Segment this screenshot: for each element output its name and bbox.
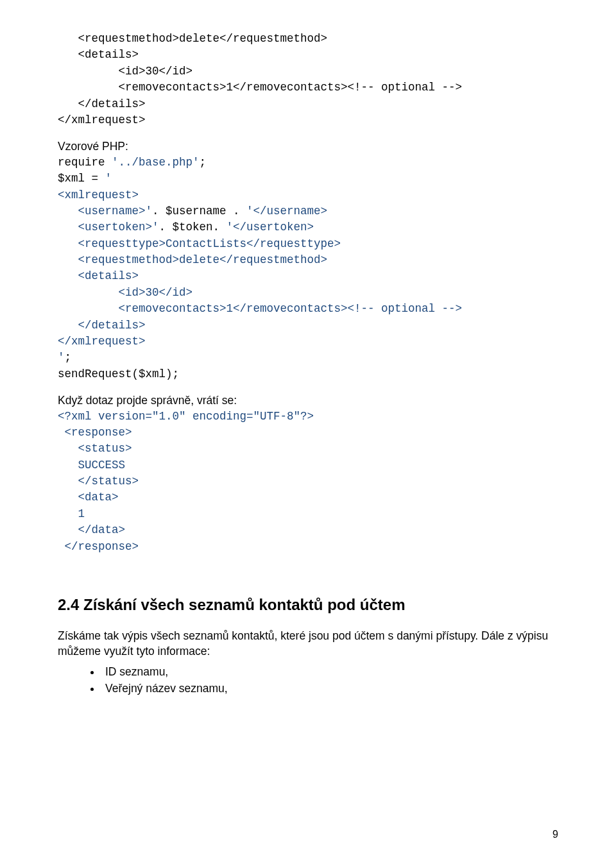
code-line: <id>30</id> <box>58 64 558 80</box>
code-line: <requestmethod>delete</requestmethod> <box>58 31 558 47</box>
code-line: <?xml version="1.0" encoding="UTF-8"?> <box>58 409 558 425</box>
code-line: </details> <box>58 318 558 334</box>
code-line: <details> <box>58 47 558 63</box>
code-line: <response> <box>58 425 558 441</box>
code-line: require '../base.php'; <box>58 155 558 171</box>
label-vzorove-php: Vzorové PHP: <box>58 139 558 155</box>
code-line: <requestmethod>delete</requestmethod> <box>58 252 558 268</box>
code-line: <data> <box>58 489 558 505</box>
code-line: <status> <box>58 441 558 457</box>
section-paragraph: Získáme tak výpis všech seznamů kontaktů… <box>58 628 558 659</box>
code-line: sendRequest($xml); <box>58 366 558 382</box>
list-item: ID seznamu, <box>101 663 558 680</box>
code-line: <username>'. $username . '</username> <box>58 203 558 219</box>
code-line: <id>30</id> <box>58 285 558 301</box>
code-line: 1 <box>58 506 558 522</box>
list-item: Veřejný název seznamu, <box>101 680 558 697</box>
code-line: </details> <box>58 96 558 112</box>
page-number: 9 <box>552 829 558 840</box>
php-block: require '../base.php'; $xml = ' <xmlrequ… <box>58 155 558 382</box>
code-line: </xmlrequest> <box>58 112 558 128</box>
section-heading: 2.4 Získání všech seznamů kontaktů pod ú… <box>58 596 558 614</box>
code-line: <usertoken>'. $token. '</usertoken> <box>58 219 558 235</box>
label-response: Když dotaz projde správně, vrátí se: <box>58 393 558 409</box>
code-line: <xmlrequest> <box>58 187 558 203</box>
code-line: </response> <box>58 539 558 555</box>
code-line: $xml = ' <box>58 171 558 187</box>
code-line: <removecontacts>1</removecontacts><!-- o… <box>58 301 558 317</box>
response-block: <?xml version="1.0" encoding="UTF-8"?> <… <box>58 409 558 555</box>
code-line: <requesttype>ContactLists</requesttype> <box>58 236 558 252</box>
code-line: </xmlrequest> <box>58 334 558 350</box>
code-line: </status> <box>58 473 558 489</box>
code-line: </data> <box>58 522 558 538</box>
xml-top-block: <requestmethod>delete</requestmethod> <d… <box>58 31 558 128</box>
bullet-list: ID seznamu, Veřejný název seznamu, <box>58 663 558 697</box>
code-line: <removecontacts>1</removecontacts><!-- o… <box>58 80 558 96</box>
code-line: SUCCESS <box>58 457 558 473</box>
code-line: '; <box>58 350 558 366</box>
code-line: <details> <box>58 268 558 284</box>
